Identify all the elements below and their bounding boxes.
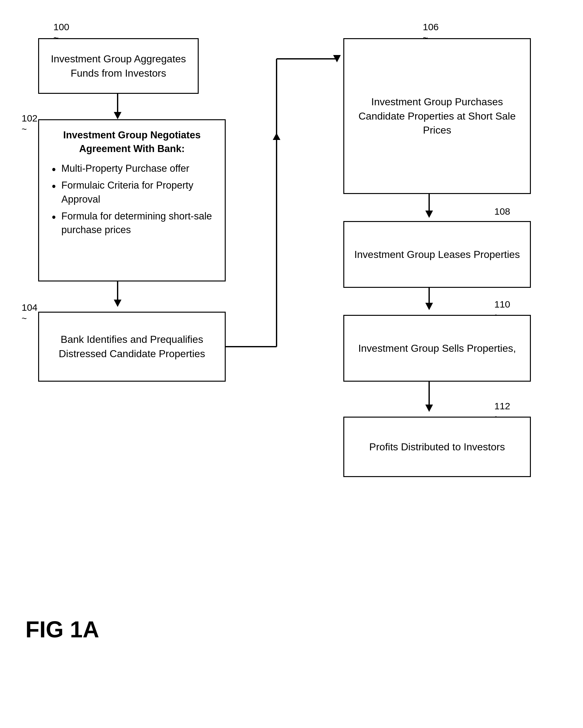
figure-label: FIG 1A — [25, 616, 99, 643]
svg-marker-9 — [425, 211, 433, 218]
box-102: Investment Group Negotiates Agreement Wi… — [38, 119, 226, 282]
svg-marker-11 — [425, 303, 433, 310]
box-102-bullets: Multi-Property Purchase offer Formulaic … — [49, 161, 215, 240]
box-112: Profits Distributed to Investors — [343, 417, 531, 477]
bullet-3: Formula for determining short-sale purch… — [52, 209, 215, 237]
svg-marker-13 — [425, 405, 433, 412]
svg-marker-1 — [114, 112, 122, 119]
box-102-title: Investment Group Negotiates Agreement Wi… — [49, 128, 215, 156]
bullet-1: Multi-Property Purchase offer — [52, 161, 215, 175]
diagram-container: 100 ~ Investment Group Aggregates Funds … — [0, 0, 583, 668]
svg-marker-7 — [333, 55, 341, 62]
box-108: Investment Group Leases Properties — [343, 221, 531, 288]
box-100: Investment Group Aggregates Funds from I… — [38, 38, 199, 94]
svg-marker-15 — [273, 133, 281, 140]
box-110: Investment Group Sells Properties, — [343, 315, 531, 382]
svg-marker-3 — [114, 300, 122, 307]
box-104: Bank Identifies and Prequalifies Distres… — [38, 312, 226, 382]
box-106: Investment Group Purchases Candidate Pro… — [343, 38, 531, 194]
bullet-2: Formulaic Criteria for Property Approval — [52, 178, 215, 206]
ref-label-102: 102 ~ — [22, 113, 37, 134]
ref-label-104: 104 ~ — [22, 302, 37, 324]
